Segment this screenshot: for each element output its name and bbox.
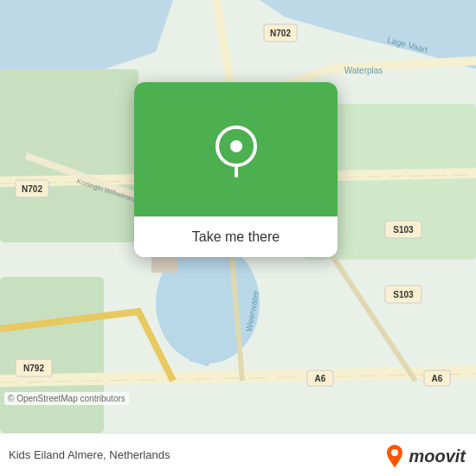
take-me-there-button[interactable]: Take me there <box>134 216 338 257</box>
svg-text:A6: A6 <box>432 374 443 383</box>
svg-rect-24 <box>151 255 177 273</box>
moovit-logo: moovit <box>385 445 466 467</box>
popup-card: Take me there <box>134 82 338 257</box>
svg-text:S103: S103 <box>393 225 414 235</box>
popup-map-area <box>134 82 338 216</box>
location-pin <box>215 125 257 174</box>
svg-rect-1 <box>0 69 138 242</box>
svg-text:Waterplas: Waterplas <box>344 66 383 75</box>
pin-tail <box>235 167 238 177</box>
svg-text:N702: N702 <box>270 29 291 38</box>
moovit-pin-icon <box>385 445 404 467</box>
svg-point-25 <box>391 449 398 456</box>
svg-rect-3 <box>0 277 104 433</box>
svg-text:N792: N792 <box>23 363 44 373</box>
osm-credit: © OpenStreetMap contributors <box>4 392 129 405</box>
pin-dot <box>230 140 242 152</box>
moovit-brand-text: moovit <box>408 447 466 466</box>
svg-text:S103: S103 <box>393 290 414 299</box>
map-container: N702 N702 S103 S103 N792 A6 A6 Weerwater… <box>0 0 476 433</box>
footer: Kids Eiland Almere, Netherlands moovit <box>0 433 476 476</box>
svg-text:N702: N702 <box>22 184 42 194</box>
pin-circle <box>215 125 257 167</box>
svg-text:A6: A6 <box>315 374 326 383</box>
